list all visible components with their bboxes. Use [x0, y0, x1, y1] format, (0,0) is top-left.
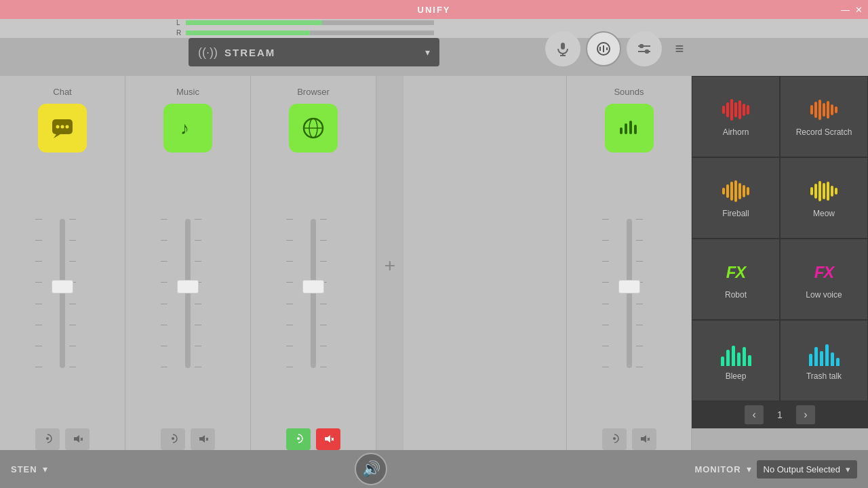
stream-label: STREAM — [224, 47, 425, 58]
fireball-icon — [719, 178, 753, 205]
no-output-label: No Output Selected — [764, 464, 840, 474]
music-mute-button[interactable] — [191, 428, 215, 450]
low-voice-label: Low voice — [806, 290, 842, 300]
fx-airhorn[interactable]: Airhorn — [692, 76, 780, 157]
chat-fader-marks — [35, 219, 56, 368]
music-fader-area — [131, 162, 245, 424]
record-scratch-icon — [807, 96, 841, 123]
monitor-label: MONITOR — [694, 464, 741, 474]
fx-robot[interactable]: FX Robot — [692, 239, 780, 320]
vu-right-fill — [186, 30, 310, 35]
fx-bleep[interactable]: Bleep — [692, 320, 780, 401]
sounds-mute-button[interactable] — [632, 428, 656, 450]
browser-fader-thumb[interactable] — [302, 280, 324, 293]
music-channel: Music ♪ — [125, 76, 251, 455]
chat-fader-thumb[interactable] — [52, 280, 73, 293]
vu-right-bar — [186, 30, 434, 35]
sounds-fader-marks-right — [636, 219, 656, 368]
fireball-label: Fireball — [722, 209, 749, 218]
robot-icon: FX — [719, 259, 753, 286]
browser-channel-name: Browser — [297, 87, 330, 97]
fx-meow[interactable]: Meow — [780, 157, 868, 239]
fx-pagination: ‹ 1 › — [692, 401, 868, 428]
add-channel-button[interactable]: + — [376, 76, 403, 455]
svg-marker-22 — [199, 435, 205, 443]
chat-mute-button[interactable] — [65, 428, 90, 450]
stream-broadcast-icon: ((·)) — [198, 45, 218, 60]
sounds-fader-thumb[interactable] — [618, 280, 640, 293]
minimize-button[interactable]: — — [841, 5, 850, 15]
browser-fader-area — [256, 162, 370, 424]
sounds-fader-track[interactable] — [627, 219, 632, 368]
music-controls — [161, 428, 215, 450]
browser-fader-track[interactable] — [311, 219, 316, 368]
music-fader-marks-right — [195, 219, 215, 368]
sounds-controls — [602, 428, 656, 450]
svg-rect-0 — [561, 43, 565, 49]
chat-hear-button[interactable] — [35, 428, 60, 450]
chat-controls — [35, 428, 90, 450]
svg-rect-34 — [629, 121, 632, 134]
fx-low-voice[interactable]: FX Low voice — [780, 239, 868, 320]
browser-channel: Browser — [251, 76, 376, 455]
chat-fader-area — [5, 162, 119, 424]
mix-settings-button[interactable] — [627, 31, 662, 66]
eq-settings-button[interactable] — [586, 31, 621, 66]
vu-left-label: L — [176, 19, 186, 26]
vu-left-bar — [186, 20, 434, 25]
fx-record-scratch[interactable]: Record Scratch — [780, 76, 868, 157]
vu-meters: L R — [0, 19, 868, 38]
window-controls: — ✕ — [841, 5, 863, 15]
vu-left-fill — [186, 20, 322, 25]
svg-marker-17 — [74, 435, 79, 443]
monitor-center: 🔊 — [47, 453, 695, 485]
output-selector: MONITOR ▾ No Output Selected ▾ — [694, 460, 857, 479]
fx-next-button[interactable]: › — [796, 405, 815, 424]
stream-selector[interactable]: ((·)) STREAM ▾ — [189, 38, 439, 66]
svg-marker-37 — [641, 435, 646, 443]
svg-rect-9 — [640, 45, 643, 47]
fx-prev-button[interactable]: ‹ — [745, 405, 764, 424]
meow-icon — [807, 178, 841, 205]
browser-mute-button[interactable] — [316, 428, 340, 450]
chat-channel-name: Chat — [53, 87, 71, 97]
music-channel-name: Music — [176, 87, 199, 97]
monitor-chevron-icon[interactable]: ▾ — [747, 464, 751, 474]
svg-point-36 — [613, 437, 616, 440]
fx-panel: Airhorn Record Scratch — [692, 76, 868, 428]
add-channel-icon: + — [384, 255, 395, 277]
fx-page-number: 1 — [777, 409, 783, 420]
bleep-label: Bleep — [726, 371, 747, 381]
sounds-fader-area — [572, 162, 686, 424]
menu-button[interactable]: ≡ — [667, 37, 692, 61]
listen-label: STEN — [11, 464, 37, 474]
bleep-icon — [719, 340, 753, 367]
meow-label: Meow — [813, 209, 835, 218]
sounds-hear-button[interactable] — [602, 428, 627, 450]
music-fader-marks — [161, 219, 181, 368]
listen-chevron-icon[interactable]: ▾ — [43, 464, 47, 474]
music-fader-track[interactable] — [185, 219, 191, 368]
sounds-fader-marks — [602, 219, 623, 368]
no-output-dropdown[interactable]: No Output Selected ▾ — [757, 460, 857, 479]
stream-chevron-icon: ▾ — [425, 47, 430, 58]
trash-talk-label: Trash talk — [806, 371, 842, 381]
chat-fader-track[interactable] — [60, 219, 65, 368]
fx-trash-talk[interactable]: Trash talk — [780, 320, 868, 401]
music-fader-thumb[interactable] — [177, 280, 199, 293]
svg-point-15 — [66, 125, 69, 129]
fx-fireball[interactable]: Fireball — [692, 157, 780, 239]
mic-settings-button[interactable] — [545, 31, 580, 66]
trash-talk-icon — [807, 340, 841, 367]
close-button[interactable]: ✕ — [855, 5, 863, 15]
svg-rect-33 — [625, 123, 627, 134]
browser-fader-marks — [286, 219, 307, 368]
music-channel-icon: ♪ — [163, 104, 212, 152]
sounds-channel-name: Sounds — [614, 87, 644, 97]
titlebar: UNIFY — ✕ — [0, 0, 868, 19]
music-hear-button[interactable] — [161, 428, 185, 450]
monitor-toggle-button[interactable]: 🔊 — [355, 453, 387, 485]
browser-hear-button[interactable] — [286, 428, 311, 450]
low-voice-icon: FX — [807, 259, 841, 286]
svg-rect-32 — [620, 127, 623, 134]
